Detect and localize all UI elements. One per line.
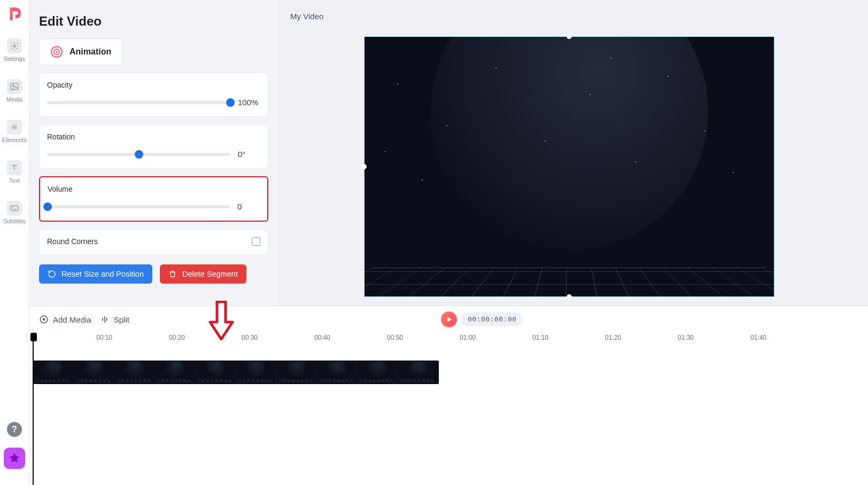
animation-label: Animation xyxy=(69,47,111,57)
timeline-area: Add Media Split 00:00:00:00 00:10 00:20 … xyxy=(29,306,868,485)
logo-icon xyxy=(5,5,24,23)
tick: 01:10 xyxy=(532,334,548,341)
split-button[interactable]: Split xyxy=(96,311,134,327)
add-media-button[interactable]: Add Media xyxy=(35,311,96,327)
star-icon xyxy=(8,452,21,465)
delete-label: Delete Segment xyxy=(182,270,238,278)
time-ruler[interactable]: 00:10 00:20 00:30 00:40 00:50 01:00 01:1… xyxy=(29,334,868,346)
resize-handle-left[interactable] xyxy=(361,164,367,169)
upgrade-button[interactable] xyxy=(4,448,25,469)
preview-grid xyxy=(364,268,774,297)
timeline-toolbar: Add Media Split 00:00:00:00 xyxy=(29,306,868,333)
nav-text[interactable]: Text xyxy=(0,160,29,184)
volume-slider[interactable] xyxy=(48,205,230,208)
nav-settings-label: Settings xyxy=(4,56,25,62)
delete-segment-button[interactable]: Delete Segment xyxy=(160,264,246,284)
preview-area: My Video xyxy=(278,0,868,306)
plus-circle-icon xyxy=(39,315,49,324)
tick: 00:50 xyxy=(387,334,403,341)
opacity-value: 100% xyxy=(238,98,260,107)
play-button[interactable] xyxy=(441,311,457,327)
opacity-label: Opacity xyxy=(47,81,260,89)
tick: 01:20 xyxy=(605,334,621,341)
tick: 01:40 xyxy=(750,334,766,341)
opacity-card: Opacity 100% xyxy=(39,73,268,117)
image-icon xyxy=(7,79,22,94)
round-corners-label: Round Corners xyxy=(47,237,98,246)
gear-icon xyxy=(7,38,22,53)
volume-label: Volume xyxy=(48,185,260,193)
rotation-label: Rotation xyxy=(47,132,260,141)
trash-icon xyxy=(168,270,177,278)
nav-elements-label: Elements xyxy=(2,137,27,143)
svg-point-2 xyxy=(12,85,14,87)
nav-text-label: Text xyxy=(9,177,20,184)
round-corners-checkbox[interactable] xyxy=(252,237,260,246)
nav-media-label: Media xyxy=(6,96,22,103)
text-icon xyxy=(7,160,22,175)
preview-moon xyxy=(430,36,708,251)
animation-button[interactable]: Animation xyxy=(39,38,122,65)
round-corners-card: Round Corners xyxy=(39,229,268,256)
panel-title: Edit Video xyxy=(39,14,268,29)
opacity-slider[interactable] xyxy=(47,101,230,104)
volume-value: 0 xyxy=(237,202,260,211)
timeline-track[interactable] xyxy=(33,361,868,385)
volume-card: Volume 0 xyxy=(39,176,268,222)
reset-size-position-button[interactable]: Reset Size and Position xyxy=(39,264,152,284)
playhead[interactable] xyxy=(33,334,34,485)
resize-handle-top[interactable] xyxy=(567,34,572,39)
rotation-card: Rotation 0° xyxy=(39,124,268,169)
tick: 00:30 xyxy=(242,334,258,341)
edit-panel: Edit Video Animation Opacity 100% Rotati… xyxy=(29,0,278,306)
tick: 00:20 xyxy=(169,334,185,341)
rotation-slider[interactable] xyxy=(47,153,230,156)
nav-media[interactable]: Media xyxy=(0,79,29,103)
nav-elements[interactable]: Elements xyxy=(0,120,29,143)
refresh-icon xyxy=(48,270,56,278)
tick: 01:30 xyxy=(678,334,694,341)
app-logo[interactable] xyxy=(5,4,24,24)
waveform-icon xyxy=(7,120,22,135)
rotation-value: 0° xyxy=(238,150,260,159)
play-icon xyxy=(445,316,453,323)
resize-handle-bottom[interactable] xyxy=(567,294,572,300)
subtitles-icon xyxy=(7,201,22,216)
svg-rect-1 xyxy=(11,83,18,90)
svg-point-6 xyxy=(56,51,58,53)
add-media-label: Add Media xyxy=(53,315,91,324)
split-label: Split xyxy=(114,315,129,324)
project-title[interactable]: My Video xyxy=(290,12,323,21)
tick: 00:10 xyxy=(96,334,112,341)
tick: 01:00 xyxy=(460,334,476,341)
nav-subtitles-label: Subtitles xyxy=(3,218,26,224)
split-icon xyxy=(100,315,110,324)
nav-rail: Settings Media Elements Text xyxy=(0,0,29,485)
help-button[interactable]: ? xyxy=(7,422,22,437)
svg-rect-3 xyxy=(11,206,18,211)
tick: 00:40 xyxy=(314,334,330,341)
video-clip[interactable] xyxy=(33,361,439,384)
reset-label: Reset Size and Position xyxy=(61,270,144,278)
svg-point-0 xyxy=(13,45,16,48)
video-canvas[interactable] xyxy=(364,36,774,297)
target-icon xyxy=(50,45,63,58)
nav-settings[interactable]: Settings xyxy=(0,38,29,62)
nav-subtitles[interactable]: Subtitles xyxy=(0,201,29,224)
timecode: 00:00:00:00 xyxy=(461,312,523,326)
